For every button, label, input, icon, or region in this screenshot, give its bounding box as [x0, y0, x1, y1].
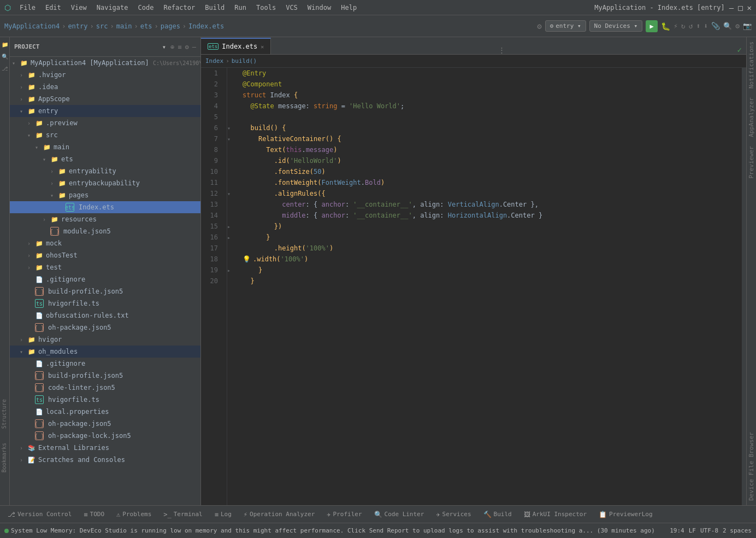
- menu-edit[interactable]: Edit: [41, 3, 66, 13]
- tree-item-ohpackage1[interactable]: › { } oh-package.json5: [10, 321, 200, 334]
- code-line-17[interactable]: .height('100%'): [243, 243, 742, 254]
- menu-run[interactable]: Run: [230, 3, 251, 13]
- sidebar-dropdown[interactable]: ▾: [162, 43, 166, 51]
- scrollbar[interactable]: [742, 68, 746, 505]
- sidebar-settings-icon[interactable]: ⚙: [185, 43, 189, 51]
- code-line-9[interactable]: .id('HelloWorld'): [243, 155, 742, 166]
- tree-item-hvigor2[interactable]: › 📁 hvigor: [10, 334, 200, 346]
- tree-item-src[interactable]: ▾ 📁 src: [10, 129, 200, 141]
- code-line-8[interactable]: Text(this.message): [243, 144, 742, 155]
- tree-item-hvigor[interactable]: › 📁 .hvigor: [10, 69, 200, 81]
- tree-item-codelinter[interactable]: › { } code-linter.json5: [10, 382, 200, 394]
- tab-arkui-inspector[interactable]: 🖼 ArkUI Inspector: [518, 508, 592, 521]
- tab-profiler[interactable]: ✈ Profiler: [321, 508, 367, 521]
- menu-code[interactable]: Code: [134, 3, 158, 13]
- code-line-16[interactable]: }: [243, 232, 742, 243]
- run-button[interactable]: ▶: [646, 20, 658, 32]
- tree-item-localprops[interactable]: › 📄 local.properties: [10, 406, 200, 418]
- previewer-tab[interactable]: Previewer: [747, 142, 756, 183]
- code-line-2[interactable]: @Component: [243, 79, 742, 90]
- tab-problems[interactable]: ⚠ Problems: [111, 508, 157, 521]
- search-icon[interactable]: 🔍: [723, 22, 732, 30]
- code-line-11[interactable]: .fontWeight(FontWeight.Bold): [243, 177, 742, 188]
- tab-operation-analyzer[interactable]: ⚡ Operation Analyzer: [238, 508, 320, 521]
- tree-item-idea[interactable]: › 📁 .idea: [10, 81, 200, 93]
- tree-item-pages[interactable]: ▾ 📁 pages: [10, 189, 200, 201]
- tree-item-scratches[interactable]: › 📝 Scratches and Consoles: [10, 454, 200, 466]
- activity-git[interactable]: ⎇: [0, 63, 10, 73]
- tab-code-linter[interactable]: 🔍 Code Linter: [369, 508, 430, 521]
- fold-6[interactable]: ▾: [227, 122, 238, 133]
- entry-dropdown[interactable]: ⚙ entry ▾: [545, 20, 586, 32]
- activity-search[interactable]: 🔍: [0, 51, 10, 61]
- debug-icon[interactable]: 🐛: [661, 22, 670, 31]
- tab-log[interactable]: ≡ Log: [209, 508, 237, 521]
- sidebar-minimize-icon[interactable]: —: [192, 43, 196, 51]
- tree-item-ets[interactable]: ▾ 📁 ets: [10, 153, 200, 165]
- tree-item-preview[interactable]: › 📁 .preview: [10, 117, 200, 129]
- tree-item-hvigorfile2[interactable]: › ts hvigorfile.ts: [10, 394, 200, 406]
- maximize-button[interactable]: □: [738, 3, 742, 12]
- settings-icon[interactable]: ⚙: [537, 22, 541, 31]
- tree-item-ohostest[interactable]: › 📁 ohosTest: [10, 249, 200, 261]
- attach-icon[interactable]: 📎: [711, 22, 720, 30]
- undo-icon[interactable]: ↺: [689, 22, 693, 30]
- tree-item-gitignore2[interactable]: › 📄 .gitignore: [10, 358, 200, 370]
- download-icon[interactable]: ⬇: [704, 22, 708, 30]
- config-icon[interactable]: ⚙: [735, 22, 740, 30]
- menu-file[interactable]: File: [15, 3, 40, 13]
- tab-build[interactable]: 🔨 Build: [478, 508, 517, 521]
- notifications-tab[interactable]: Notifications: [747, 37, 756, 93]
- code-line-6[interactable]: build() {: [243, 122, 742, 133]
- code-line-20[interactable]: }: [243, 276, 742, 286]
- code-line-15[interactable]: }): [243, 221, 742, 232]
- tree-item-ohpackagelock[interactable]: › { } oh-package-lock.json5: [10, 430, 200, 442]
- tab-version-control[interactable]: ⎇ Version Control: [2, 508, 77, 521]
- menu-window[interactable]: Window: [303, 3, 335, 13]
- upload-icon[interactable]: ⬆: [696, 22, 701, 30]
- menu-refactor[interactable]: Refactor: [159, 3, 199, 13]
- menu-build[interactable]: Build: [200, 3, 229, 13]
- tree-item-entryability[interactable]: › 📁 entryability: [10, 165, 200, 177]
- device-file-browser-tab[interactable]: Device File Browser: [747, 428, 756, 505]
- code-line-1[interactable]: @Entry: [243, 68, 742, 79]
- fold-19[interactable]: ▸: [227, 265, 238, 276]
- tab-todo[interactable]: ≡ TODO: [78, 508, 110, 521]
- tree-item-entrybackupability[interactable]: › 📁 entrybackupability: [10, 177, 200, 189]
- tree-item-test[interactable]: › 📁 test: [10, 261, 200, 273]
- tab-terminal[interactable]: >_ Terminal: [158, 508, 208, 521]
- minimize-button[interactable]: —: [729, 3, 734, 12]
- tree-item-modulejson[interactable]: › { } module.json5: [10, 225, 200, 237]
- code-line-19[interactable]: }: [243, 265, 742, 276]
- fold-12[interactable]: ▾: [227, 188, 238, 199]
- tree-item-obfuscation[interactable]: › 📄 obfuscation-rules.txt: [10, 309, 200, 321]
- code-line-3[interactable]: struct Index {: [243, 90, 742, 101]
- tree-item-buildprofile1[interactable]: › { } build-profile.json5: [10, 285, 200, 297]
- camera-icon[interactable]: 📷: [743, 22, 752, 30]
- code-line-5[interactable]: [243, 112, 742, 122]
- refresh-icon[interactable]: ↻: [681, 22, 686, 30]
- tab-previewer-log[interactable]: 📋 PreviewerLog: [593, 508, 658, 521]
- editor-tab-indexets[interactable]: ets Index.ets ✕: [201, 38, 271, 54]
- tree-item-mock[interactable]: › 📁 mock: [10, 237, 200, 249]
- tab-settings-icon[interactable]: ⋮: [498, 46, 505, 54]
- sync-icon[interactable]: ⚡: [674, 22, 678, 30]
- tree-item-hvigorfile1[interactable]: › ts hvigorfile.ts: [10, 297, 200, 309]
- tree-item-ohpackage2[interactable]: › { } oh-package.json5: [10, 418, 200, 430]
- code-line-18[interactable]: 💡.width('100%'): [243, 254, 742, 265]
- close-button[interactable]: ✕: [747, 3, 752, 12]
- sidebar-collapse-icon[interactable]: ≡: [178, 43, 181, 51]
- devices-dropdown[interactable]: No Devices ▾: [589, 20, 642, 32]
- code-line-4[interactable]: @State message: string = 'Hello World';: [243, 101, 742, 112]
- tab-services[interactable]: ✈ Services: [430, 508, 476, 521]
- tree-item-appscope[interactable]: › 📁 AppScope: [10, 93, 200, 105]
- tab-close-icon[interactable]: ✕: [261, 44, 264, 50]
- fold-15[interactable]: ▸: [227, 221, 238, 232]
- menu-view[interactable]: View: [67, 3, 91, 13]
- fold-7[interactable]: ▾: [227, 133, 238, 144]
- menu-vcs[interactable]: VCS: [281, 3, 302, 13]
- tree-item-extlibs[interactable]: › 📚 External Libraries: [10, 442, 200, 454]
- tree-item-gitignore1[interactable]: › 📄 .gitignore: [10, 273, 200, 285]
- code-line-10[interactable]: .fontSize(50): [243, 166, 742, 177]
- menu-tools[interactable]: Tools: [252, 3, 280, 13]
